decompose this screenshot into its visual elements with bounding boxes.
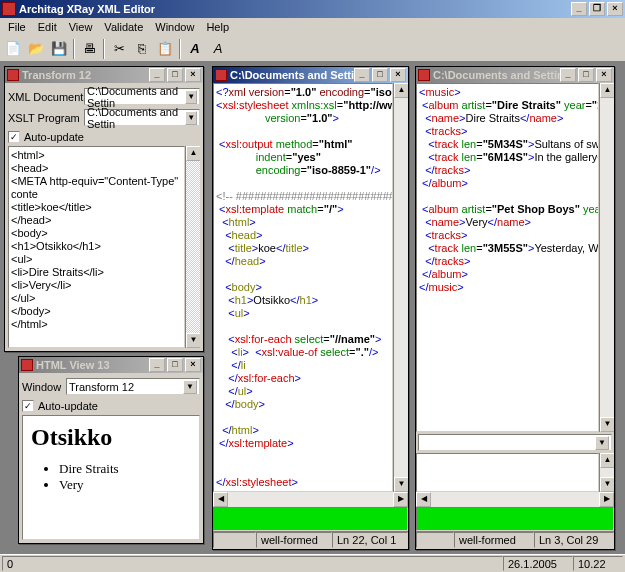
editor2-panel: [416, 453, 599, 492]
child-min-button[interactable]: _: [149, 68, 165, 82]
scroll-up-icon[interactable]: ▲: [186, 146, 200, 161]
menu-view[interactable]: View: [63, 19, 99, 35]
app-icon: [2, 2, 16, 16]
main-statusbar: 0 26.1.2005 10.22: [0, 554, 625, 572]
xml-doc-label: XML Document: [8, 91, 84, 103]
scroll-left-icon[interactable]: ◀: [213, 492, 228, 507]
scroll-up-icon[interactable]: ▲: [394, 83, 408, 98]
editor1-title: C:\Documents and Settings\O...: [230, 69, 354, 81]
new-button[interactable]: 📄: [2, 38, 24, 60]
child-close-button[interactable]: ×: [596, 68, 612, 82]
main-titlebar: Architag XRay XML Editor _ ❐ ×: [0, 0, 625, 18]
font-button[interactable]: A: [184, 38, 206, 60]
transform-title: Transform 12: [22, 69, 149, 81]
status-time: 10.22: [573, 556, 623, 571]
xslt-combo[interactable]: C:\Documents and Settin ▼: [84, 109, 200, 126]
scroll-left-icon[interactable]: ◀: [416, 492, 431, 507]
print-button[interactable]: 🖶: [78, 38, 100, 60]
window-label: Window: [22, 381, 66, 393]
dropdown-arrow-icon[interactable]: ▼: [185, 90, 197, 104]
dropdown-arrow-icon[interactable]: ▼: [183, 380, 197, 394]
window-icon: [7, 69, 19, 81]
restore-button[interactable]: ❐: [589, 2, 605, 16]
auto-update-checkbox[interactable]: ✓: [22, 400, 34, 412]
child-max-button[interactable]: □: [372, 68, 388, 82]
scroll-down-icon[interactable]: ▼: [600, 477, 614, 492]
dropdown-arrow-icon[interactable]: ▼: [185, 111, 197, 125]
child-min-button[interactable]: _: [149, 358, 165, 372]
xml-editor[interactable]: <music> <album artist="Dire Straits" yea…: [416, 83, 599, 432]
transform-titlebar[interactable]: Transform 12 _ □ ×: [5, 67, 203, 83]
child-close-button[interactable]: ×: [185, 68, 201, 82]
transform-window: Transform 12 _ □ × XML Document C:\Docum…: [4, 66, 204, 352]
scroll-down-icon[interactable]: ▼: [394, 477, 408, 492]
scroll-right-icon[interactable]: ▶: [599, 492, 614, 507]
window-icon: [418, 69, 430, 81]
auto-update-label: Auto-update: [38, 400, 98, 412]
child-max-button[interactable]: □: [167, 68, 183, 82]
preview-heading: Otsikko: [31, 424, 191, 451]
paste-button[interactable]: 📋: [154, 38, 176, 60]
status-cursor: Ln 3, Col 29: [534, 532, 614, 548]
close-button[interactable]: ×: [607, 2, 623, 16]
list-item: Very: [59, 477, 191, 493]
open-button[interactable]: 📂: [25, 38, 47, 60]
window-combo[interactable]: Transform 12 ▼: [66, 378, 200, 395]
minimize-button[interactable]: _: [571, 2, 587, 16]
style-button[interactable]: A: [207, 38, 229, 60]
scrollbar-v[interactable]: ▲ ▼: [599, 453, 614, 492]
child-max-button[interactable]: □: [578, 68, 594, 82]
status-cursor: Ln 22, Col 1: [332, 532, 408, 548]
child-max-button[interactable]: □: [167, 358, 183, 372]
scroll-down-icon[interactable]: ▼: [186, 333, 200, 348]
child-min-button[interactable]: _: [560, 68, 576, 82]
auto-update-label: Auto-update: [24, 131, 84, 143]
scrollbar-h[interactable]: ◀ ▶: [416, 492, 614, 507]
menu-window[interactable]: Window: [149, 19, 200, 35]
editor1-titlebar[interactable]: C:\Documents and Settings\O... _ □ ×: [213, 67, 408, 83]
editor1-window: C:\Documents and Settings\O... _ □ × <?x…: [212, 66, 409, 550]
save-button[interactable]: 💾: [48, 38, 70, 60]
editor2-combo[interactable]: ▼: [418, 434, 612, 451]
status-wellformed: well-formed: [256, 532, 332, 548]
scroll-up-icon[interactable]: ▲: [600, 453, 614, 468]
transform-output[interactable]: <html><head><META http-equiv="Content-Ty…: [8, 146, 185, 348]
xslt-value: C:\Documents and Settin: [87, 106, 185, 130]
xslt-label: XSLT Program: [8, 112, 84, 124]
menu-validate[interactable]: Validate: [98, 19, 149, 35]
cut-button[interactable]: ✂: [108, 38, 130, 60]
validation-bar: [416, 507, 614, 531]
list-item: Dire Straits: [59, 461, 191, 477]
scroll-down-icon[interactable]: ▼: [600, 417, 614, 432]
child-close-button[interactable]: ×: [390, 68, 406, 82]
auto-update-checkbox[interactable]: ✓: [8, 131, 20, 143]
mdi-client: Transform 12 _ □ × XML Document C:\Docum…: [0, 62, 625, 554]
editor2-title: C:\Documents and Settings\O...: [433, 69, 560, 81]
menu-file[interactable]: File: [2, 19, 32, 35]
copy-button[interactable]: ⎘: [131, 38, 153, 60]
dropdown-arrow-icon[interactable]: ▼: [595, 436, 609, 450]
toolbar: 📄 📂 💾 🖶 ✂ ⎘ 📋 A A: [0, 36, 625, 62]
app-title: Architag XRay XML Editor: [19, 3, 571, 15]
htmlview-titlebar[interactable]: HTML View 13 _ □ ×: [19, 357, 203, 373]
scroll-up-icon[interactable]: ▲: [600, 83, 614, 98]
scrollbar-v[interactable]: ▲ ▼: [185, 146, 200, 348]
status-wellformed: well-formed: [454, 532, 534, 548]
menubar: File Edit View Validate Window Help: [0, 18, 625, 36]
scrollbar-v[interactable]: ▲ ▼: [599, 83, 614, 432]
xslt-editor[interactable]: <?xml version="1.0" encoding="iso-8859- …: [213, 83, 393, 492]
child-min-button[interactable]: _: [354, 68, 370, 82]
status-left: 0: [2, 556, 503, 571]
scrollbar-h[interactable]: ◀ ▶: [213, 492, 408, 507]
scroll-right-icon[interactable]: ▶: [393, 492, 408, 507]
htmlview-title: HTML View 13: [36, 359, 149, 371]
menu-help[interactable]: Help: [200, 19, 235, 35]
window-icon: [21, 359, 33, 371]
child-close-button[interactable]: ×: [185, 358, 201, 372]
window-combo-value: Transform 12: [69, 381, 134, 393]
editor2-titlebar[interactable]: C:\Documents and Settings\O... _ □ ×: [416, 67, 614, 83]
scrollbar-v[interactable]: ▲ ▼: [393, 83, 408, 492]
validation-bar: [213, 507, 408, 531]
menu-edit[interactable]: Edit: [32, 19, 63, 35]
xml-doc-combo[interactable]: C:\Documents and Settin ▼: [84, 88, 200, 105]
